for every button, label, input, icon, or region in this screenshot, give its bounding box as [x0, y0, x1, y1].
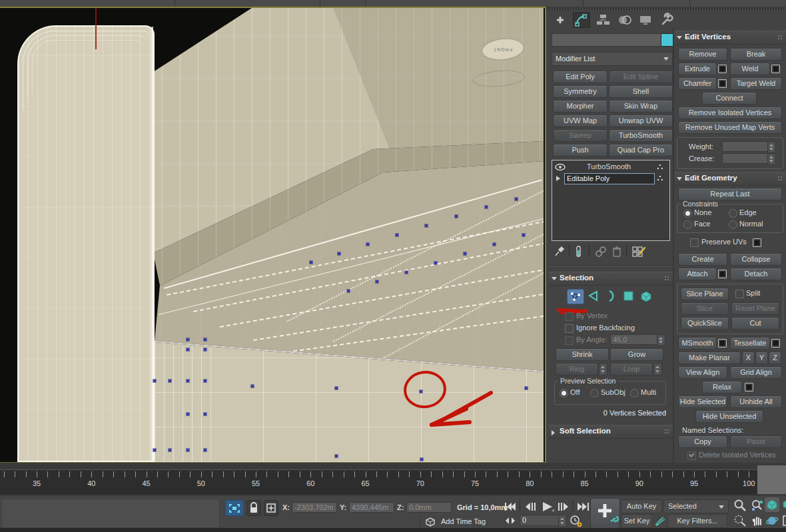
cut-button[interactable]: Cut — [731, 317, 779, 330]
object-color-swatch[interactable] — [661, 33, 673, 47]
grow-button[interactable]: Grow — [610, 348, 663, 361]
ring-spinner[interactable] — [599, 363, 607, 376]
view-align-button[interactable]: View Align — [678, 366, 727, 379]
modifier-button-shell[interactable]: Shell — [609, 85, 673, 98]
selection-lock-toggle[interactable] — [246, 500, 261, 516]
ignore-backfacing-checkbox[interactable] — [565, 324, 574, 333]
tessellate-settings-button[interactable] — [771, 339, 780, 348]
go-to-start-button[interactable] — [502, 500, 518, 513]
vertex-dot[interactable] — [335, 387, 338, 390]
chamfer-button[interactable]: Chamfer — [678, 77, 717, 90]
vertex-dot[interactable] — [187, 380, 189, 382]
modifier-button-edit-poly[interactable]: Edit Poly — [553, 71, 607, 83]
auto-key-button[interactable]: Auto Key — [621, 499, 662, 513]
time-configuration-button[interactable] — [569, 515, 584, 528]
remove-button[interactable]: Remove — [678, 48, 727, 61]
so-vertex-icon[interactable] — [567, 289, 584, 304]
vertex-dot[interactable] — [405, 271, 408, 274]
stack-row-editable-poly[interactable]: Editable Poly — [552, 173, 669, 184]
tab-display[interactable] — [637, 12, 654, 28]
relax-button[interactable]: Relax — [702, 381, 742, 394]
remove-modifier-icon[interactable] — [611, 245, 622, 258]
modifier-button-morpher[interactable]: Morpher — [553, 100, 607, 113]
set-keys-button[interactable] — [590, 498, 620, 529]
vertex-dot[interactable] — [485, 206, 488, 208]
eye-icon[interactable] — [555, 163, 566, 171]
tab-utilities[interactable] — [658, 12, 675, 28]
vertex-dot[interactable] — [525, 387, 528, 390]
maximize-viewport-toggle[interactable] — [781, 514, 786, 527]
weld-button[interactable]: Weld — [730, 63, 770, 75]
make-planar-x-button[interactable]: X — [742, 352, 755, 364]
vertex-dot[interactable] — [187, 348, 189, 351]
reset-plane-button[interactable]: Reset Plane — [731, 302, 779, 315]
zoom-icon[interactable] — [733, 499, 747, 512]
modifier-button-symmetry[interactable]: Symmetry — [553, 85, 607, 98]
previous-frame-button[interactable] — [522, 500, 537, 513]
modifier-button-turbosmooth[interactable]: TurboSmooth — [609, 129, 673, 142]
tessellate-button[interactable]: Tessellate — [730, 337, 770, 350]
vertex-dot[interactable] — [420, 458, 423, 461]
constraint-edge-radio[interactable] — [729, 209, 737, 218]
zoom-extents-button[interactable] — [765, 497, 779, 512]
so-border-icon[interactable] — [603, 289, 619, 303]
object-name-field[interactable] — [552, 33, 662, 47]
constraint-face-radio[interactable] — [683, 220, 692, 229]
slice-button[interactable]: Slice — [681, 302, 729, 315]
attach-button[interactable]: Attach — [678, 268, 717, 280]
configure-modifier-sets-icon[interactable] — [631, 245, 646, 258]
vertex-dot[interactable] — [251, 385, 254, 388]
coord-y-field[interactable] — [349, 502, 394, 513]
next-frame-button[interactable] — [557, 500, 572, 513]
ring-button[interactable]: Ring — [556, 363, 598, 376]
grid-align-button[interactable]: Grid Align — [730, 366, 782, 379]
isolate-selection-toggle[interactable] — [225, 500, 244, 516]
tab-motion[interactable] — [615, 12, 633, 28]
by-angle-field[interactable] — [610, 334, 658, 345]
edit-geometry-rollout-header[interactable]: Edit Geometry — [674, 172, 786, 186]
preserve-uvs-settings-button[interactable] — [753, 238, 761, 247]
slice-plane-button[interactable]: Slice Plane — [681, 288, 729, 300]
preview-subobj-radio[interactable] — [590, 389, 599, 398]
vertex-dot[interactable] — [153, 380, 156, 382]
vertex-dot[interactable] — [204, 348, 206, 351]
coord-x-field[interactable] — [292, 502, 337, 513]
preserve-uvs-checkbox[interactable] — [690, 238, 699, 247]
preview-off-radio[interactable] — [560, 389, 568, 398]
tab-hierarchy[interactable] — [594, 12, 611, 28]
tab-create[interactable] — [552, 12, 569, 28]
collapse-button[interactable]: Collapse — [730, 253, 782, 266]
detach-button[interactable]: Detach — [730, 268, 782, 280]
remove-unused-map-verts-button[interactable]: Remove Unused Map Verts — [678, 121, 782, 134]
unhide-all-button[interactable]: Unhide All — [730, 396, 782, 408]
zoom-extents-all-icon[interactable] — [781, 499, 786, 512]
vertex-dot[interactable] — [493, 243, 496, 246]
vertex-dot[interactable] — [204, 380, 206, 382]
tab-modify[interactable] — [573, 12, 590, 28]
show-end-result-icon[interactable] — [574, 245, 584, 258]
vertex-dot[interactable] — [204, 338, 206, 341]
vertex-dot[interactable] — [396, 234, 398, 236]
vertex-dot[interactable] — [420, 390, 422, 393]
vertex-dot[interactable] — [335, 455, 338, 457]
chamfer-settings-button[interactable] — [718, 79, 727, 88]
new-key-filter-icon[interactable] — [653, 514, 667, 527]
copy-button[interactable]: Copy — [678, 435, 727, 448]
vertex-dot[interactable] — [153, 449, 156, 451]
msmooth-button[interactable]: MSmooth — [678, 337, 717, 350]
constraint-none-radio[interactable] — [683, 209, 692, 218]
vertex-dot[interactable] — [455, 215, 458, 218]
selection-filter-dropdown[interactable]: Selected — [663, 499, 729, 513]
relax-settings-button[interactable] — [745, 383, 753, 392]
vertex-dot[interactable] — [187, 338, 189, 341]
track-bar[interactable]: 35404550556065707580859095100 — [0, 469, 757, 495]
crease-field[interactable] — [722, 153, 770, 164]
vertex-dot[interactable] — [187, 449, 189, 451]
weld-settings-button[interactable] — [771, 65, 780, 73]
break-button[interactable]: Break — [730, 48, 782, 61]
delete-isolated-vertices-checkbox[interactable] — [687, 451, 696, 460]
repeat-last-button[interactable]: Repeat Last — [678, 188, 782, 200]
absolute-mode-toggle[interactable] — [264, 500, 278, 516]
by-angle-spinner[interactable] — [657, 334, 665, 346]
remove-isolated-vertices-button[interactable]: Remove Isolated Vertices — [678, 107, 782, 119]
